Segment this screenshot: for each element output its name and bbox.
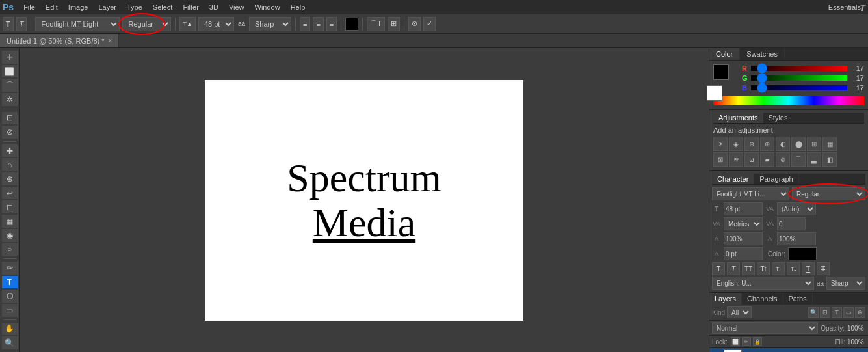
layers-smart-icon[interactable]: ⊕ — [855, 307, 865, 318]
canvas-document[interactable]: Spectrum Media — [205, 80, 523, 321]
char-size-input[interactable] — [724, 202, 763, 215]
menu-image[interactable]: Image — [64, 2, 93, 12]
dodge-tool[interactable]: ○ — [2, 243, 18, 256]
lasso-tool[interactable]: ⌒ — [2, 79, 18, 92]
cancel-button[interactable]: ⊘ — [408, 17, 421, 31]
all-caps-button[interactable]: TT — [742, 262, 755, 275]
layers-type-icon[interactable]: T — [832, 307, 842, 318]
menu-view[interactable]: View — [224, 2, 249, 12]
move-tool[interactable]: ✛ — [2, 51, 18, 64]
char-tracking-input[interactable] — [777, 217, 806, 230]
menu-help[interactable]: Help — [286, 2, 310, 12]
layers-filter-icon[interactable]: 🔍 — [808, 307, 819, 318]
hue-sat-icon[interactable]: ⊛ — [744, 137, 759, 151]
tab-layers[interactable]: Layers — [709, 293, 742, 305]
history-tool[interactable]: ↩ — [2, 187, 18, 200]
menu-layer[interactable]: Layer — [94, 2, 121, 12]
char-font-family-select[interactable]: Footlight MT Li... — [712, 187, 789, 200]
tab-paths[interactable]: Paths — [783, 293, 813, 305]
blur-tool[interactable]: ◉ — [2, 229, 18, 242]
lock-pixels-icon[interactable]: ⬜ — [731, 337, 740, 346]
text-color-swatch[interactable] — [345, 18, 358, 31]
bold-button[interactable]: T — [712, 262, 725, 275]
blend-mode-select[interactable]: Normal — [712, 322, 818, 334]
document-tab[interactable]: Untitled-1 @ 50% (S, RGB/8) * × — [0, 34, 119, 47]
black-white-icon[interactable]: ◐ — [776, 137, 790, 151]
eraser-tool[interactable]: ◻ — [2, 200, 18, 213]
layers-shape-icon[interactable]: ▭ — [843, 307, 854, 318]
font-style-select[interactable]: Regular — [122, 17, 171, 31]
tab-swatches[interactable]: Swatches — [740, 48, 785, 60]
crop-tool[interactable]: ⊡ — [2, 112, 18, 125]
background-color[interactable] — [707, 85, 722, 101]
warp-text-button[interactable]: ⌒T — [367, 17, 385, 31]
vibrance-icon[interactable]: ◈ — [729, 137, 743, 151]
char-language-select[interactable]: English: U... — [712, 277, 814, 290]
char-baseline-input[interactable] — [724, 247, 763, 260]
type-tool[interactable]: T — [2, 276, 18, 289]
menu-select[interactable]: Select — [148, 2, 178, 12]
char-leading-select[interactable]: (Auto) — [777, 202, 816, 215]
align-left-button[interactable]: ≡ — [300, 17, 310, 31]
menu-type[interactable]: Type — [122, 2, 147, 12]
healing-tool[interactable]: ✚ — [2, 144, 18, 157]
align-right-button[interactable]: ≡ — [326, 17, 337, 31]
font-family-select[interactable]: Footlight MT Light — [35, 17, 120, 31]
exposure-icon[interactable]: ◧ — [822, 152, 837, 167]
layers-kind-select[interactable]: All — [727, 306, 752, 318]
shape-tool[interactable]: ▭ — [2, 304, 18, 317]
eyedropper-tool[interactable]: ⊘ — [2, 126, 18, 139]
threshold-icon[interactable]: ⊿ — [744, 152, 759, 167]
posterize-icon[interactable]: ≋ — [729, 152, 743, 167]
italic-button[interactable]: T — [727, 262, 740, 275]
red-slider[interactable] — [751, 66, 847, 71]
menu-3d[interactable]: 3D — [205, 2, 223, 12]
path-tool[interactable]: ⬡ — [2, 290, 18, 303]
levels-icon[interactable]: ▃ — [807, 152, 821, 167]
lock-all-icon[interactable]: 🔒 — [753, 337, 762, 346]
color-balance-icon[interactable]: ⊕ — [760, 137, 774, 151]
tab-channels[interactable]: Channels — [742, 293, 783, 305]
pen-tool[interactable]: ✏ — [2, 262, 18, 275]
magic-wand-tool[interactable]: ✲ — [2, 93, 18, 106]
essentials-button[interactable]: Essentials — [824, 2, 865, 12]
menu-filter[interactable]: Filter — [178, 2, 203, 12]
invert-icon[interactable]: ⊠ — [713, 152, 728, 167]
document-tab-close[interactable]: × — [109, 37, 112, 44]
lock-position-icon[interactable]: ✏ — [742, 337, 751, 346]
gradient-map-icon[interactable]: ▰ — [760, 152, 774, 167]
char-scale-h-input[interactable] — [724, 232, 763, 245]
layers-adjustment-icon[interactable]: ⊡ — [820, 307, 830, 318]
gradient-tool[interactable]: ▦ — [2, 215, 18, 228]
font-size-arrow-button[interactable]: T▲ — [179, 17, 195, 31]
anti-alias-select[interactable]: Sharp — [249, 17, 291, 31]
char-color-swatch[interactable] — [788, 247, 817, 260]
tab-styles[interactable]: Styles — [763, 113, 793, 123]
marquee-tool[interactable]: ⬜ — [2, 65, 18, 78]
clone-tool[interactable]: ⊕ — [2, 172, 18, 185]
tab-paragraph[interactable]: Paragraph — [754, 174, 798, 184]
char-scale-v-input[interactable] — [777, 232, 816, 245]
selective-color-icon[interactable]: ⊜ — [776, 152, 790, 167]
text-warp-button[interactable]: T — [16, 17, 27, 31]
zoom-tool[interactable]: 🔍 — [2, 336, 18, 349]
align-center-button[interactable]: ≡ — [313, 17, 323, 31]
hand-tool[interactable]: ✋ — [2, 323, 18, 336]
channel-mixer-icon[interactable]: ⊞ — [807, 137, 821, 151]
options-button[interactable]: ⊞ — [388, 17, 400, 31]
tab-character[interactable]: Character — [712, 174, 754, 184]
font-size-select[interactable]: 48 pt — [198, 17, 234, 31]
color-spectrum-bar[interactable] — [713, 96, 864, 105]
superscript-button[interactable]: T¹ — [772, 262, 785, 275]
underline-button[interactable]: T — [802, 262, 815, 275]
brush-tool[interactable]: ⌂ — [2, 158, 18, 171]
menu-window[interactable]: Window — [250, 2, 285, 12]
green-slider[interactable] — [751, 75, 847, 81]
commit-button[interactable]: ✓ — [423, 17, 436, 31]
char-font-style-select[interactable]: Regular — [792, 187, 865, 200]
tab-adjustments[interactable]: Adjustments — [713, 113, 763, 123]
foreground-color[interactable] — [713, 64, 729, 80]
char-kerning-select[interactable]: Metrics — [724, 217, 763, 230]
tab-color[interactable]: Color — [709, 48, 740, 60]
subscript-button[interactable]: T₁ — [787, 262, 800, 275]
